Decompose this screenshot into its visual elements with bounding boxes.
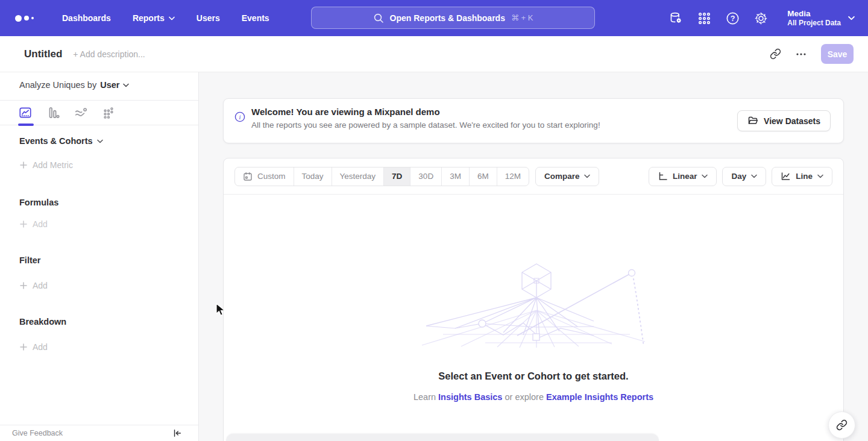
- empty-state-illustration: [419, 255, 648, 348]
- project-name: Media: [787, 9, 841, 19]
- help-icon[interactable]: ?: [726, 11, 740, 25]
- compare-label: Compare: [544, 172, 580, 181]
- chevron-down-icon: [848, 16, 855, 20]
- main-content: i Welcome! You are viewing a Mixpanel de…: [199, 72, 868, 441]
- chart-type-tabs: [0, 100, 198, 125]
- nav-events[interactable]: Events: [242, 13, 269, 23]
- date-range-selector: Custom Today Yesterday 7D 30D 3M 6M 12M: [234, 167, 529, 186]
- analyze-row: Analyze Uniques by User: [19, 80, 129, 90]
- granularity-label: Day: [731, 172, 746, 181]
- folder-icon: [747, 116, 758, 126]
- chevron-down-icon: [123, 83, 129, 87]
- nav-reports-label: Reports: [133, 13, 165, 23]
- svg-text:i: i: [239, 114, 241, 120]
- give-feedback-link[interactable]: Give Feedback: [12, 429, 63, 437]
- data-management-icon[interactable]: [669, 11, 683, 25]
- scale-label: Linear: [673, 172, 697, 181]
- chevron-down-icon: [97, 139, 103, 143]
- example-insights-reports-link[interactable]: Example Insights Reports: [546, 392, 653, 402]
- sidebar-footer: Give Feedback: [0, 425, 198, 441]
- copy-link-icon[interactable]: [770, 48, 781, 60]
- line-chart-icon: [781, 171, 791, 181]
- add-formula-button[interactable]: Add: [20, 219, 48, 229]
- chevron-down-icon: [817, 174, 823, 178]
- compare-button[interactable]: Compare: [535, 167, 600, 186]
- date-range-12m[interactable]: 12M: [497, 167, 529, 186]
- metrics-grid-tab-icon[interactable]: [101, 105, 116, 120]
- formulas-label: Formulas: [19, 198, 58, 207]
- search-placeholder: Open Reports & Dashboards: [390, 13, 505, 23]
- save-button[interactable]: Save: [821, 44, 854, 64]
- flows-tab-icon[interactable]: [74, 105, 88, 120]
- add-breakdown-label: Add: [33, 342, 48, 352]
- breakdown-label: Breakdown: [19, 317, 66, 327]
- search-icon: [373, 13, 384, 23]
- view-datasets-button[interactable]: View Datasets: [737, 110, 831, 131]
- empty-state-title: Select an Event or Cohort to get started…: [224, 371, 843, 382]
- link-icon: [836, 419, 848, 431]
- chevron-down-icon: [702, 174, 708, 178]
- top-navbar: Dashboards Reports Users Events Open Rep…: [0, 0, 868, 36]
- breakdown-section: Breakdown: [19, 317, 66, 327]
- report-title[interactable]: Untitled: [24, 48, 62, 60]
- date-range-custom[interactable]: Custom: [235, 167, 294, 186]
- more-options-icon[interactable]: [796, 49, 807, 60]
- analyze-by-dropdown[interactable]: User: [100, 80, 129, 90]
- nav-dashboards[interactable]: Dashboards: [62, 13, 111, 23]
- nav-users-label: Users: [197, 13, 220, 23]
- plus-icon: [20, 161, 27, 169]
- events-cohorts-section[interactable]: Events & Cohorts: [19, 136, 103, 146]
- banner-subtitle: All the reports you see are powered by a…: [251, 120, 600, 130]
- nav-users[interactable]: Users: [197, 13, 220, 23]
- chevron-down-icon: [584, 174, 590, 178]
- bottom-panel-edge[interactable]: [226, 434, 659, 441]
- date-range-6m[interactable]: 6M: [469, 167, 497, 186]
- nav-dashboards-label: Dashboards: [62, 13, 111, 23]
- chart-style-label: Line: [796, 172, 813, 181]
- date-range-3m[interactable]: 3M: [441, 167, 469, 186]
- filter-section: Filter: [19, 255, 40, 265]
- add-breakdown-button[interactable]: Add: [20, 342, 48, 352]
- nav-reports[interactable]: Reports: [133, 13, 175, 23]
- welcome-banner: i Welcome! You are viewing a Mixpanel de…: [223, 98, 844, 143]
- date-range-30d[interactable]: 30D: [410, 167, 441, 186]
- mixpanel-logo[interactable]: [15, 15, 39, 22]
- settings-gear-icon[interactable]: [754, 11, 768, 25]
- description-placeholder[interactable]: + Add description...: [73, 49, 145, 59]
- filter-label: Filter: [19, 255, 40, 265]
- bar-chart-tab-icon[interactable]: [46, 105, 60, 120]
- project-scope: All Project Data: [787, 19, 841, 27]
- share-link-fab[interactable]: [828, 411, 855, 439]
- chevron-down-icon: [751, 174, 757, 178]
- date-range-today[interactable]: Today: [294, 167, 332, 186]
- project-switcher[interactable]: Media All Project Data: [787, 9, 855, 27]
- report-header: Untitled + Add description... Save: [0, 36, 868, 72]
- report-toolbar: Custom Today Yesterday 7D 30D 3M 6M 12M …: [224, 158, 843, 195]
- linear-scale-icon: [658, 171, 668, 181]
- add-metric-button[interactable]: Add Metric: [20, 160, 73, 170]
- add-metric-label: Add Metric: [33, 160, 73, 170]
- apps-grid-icon[interactable]: [697, 11, 711, 25]
- banner-title: Welcome! You are viewing a Mixpanel demo: [251, 107, 440, 117]
- scale-selector[interactable]: Linear: [649, 167, 717, 186]
- info-icon: i: [234, 111, 245, 122]
- formulas-section: Formulas: [19, 198, 58, 207]
- view-datasets-label: View Datasets: [764, 116, 820, 126]
- insights-line-tab-icon[interactable]: [18, 105, 33, 120]
- search-shortcut: ⌘ + K: [511, 13, 533, 22]
- selected-tab-indicator: [18, 124, 34, 126]
- insights-basics-link[interactable]: Insights Basics: [438, 392, 502, 402]
- chart-style-selector[interactable]: Line: [772, 167, 832, 186]
- date-range-yesterday[interactable]: Yesterday: [332, 167, 384, 186]
- date-range-custom-label: Custom: [257, 172, 286, 181]
- add-filter-label: Add: [33, 281, 48, 290]
- events-cohorts-label: Events & Cohorts: [19, 136, 93, 146]
- report-card: Custom Today Yesterday 7D 30D 3M 6M 12M …: [223, 158, 844, 441]
- date-range-7d[interactable]: 7D: [383, 167, 410, 186]
- global-search[interactable]: Open Reports & Dashboards ⌘ + K: [311, 7, 595, 29]
- plus-icon: [20, 282, 27, 289]
- granularity-selector[interactable]: Day: [722, 167, 766, 186]
- empty-state-hint: Learn Insights Basics or explore Example…: [224, 392, 843, 402]
- collapse-sidebar-icon[interactable]: [172, 428, 182, 438]
- add-filter-button[interactable]: Add: [20, 281, 48, 290]
